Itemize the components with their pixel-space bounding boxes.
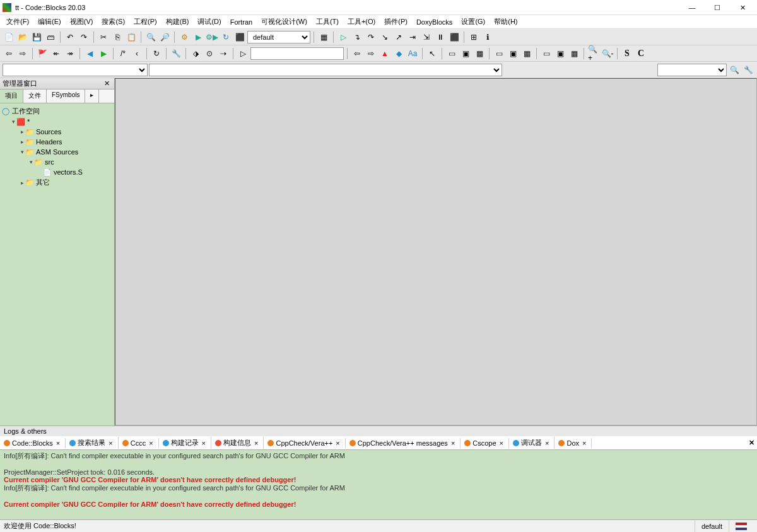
sidebar-tab-files[interactable]: 文件 <box>23 90 47 103</box>
debug-continue-icon[interactable]: ▷ <box>337 31 349 43</box>
tree-node[interactable]: ▸📁其它 <box>1 177 113 188</box>
editor-area[interactable] <box>115 78 757 425</box>
rect7-icon[interactable]: ▭ <box>540 47 553 60</box>
highlight-icon[interactable]: ▲ <box>378 47 391 60</box>
tree-project[interactable]: ▾ 🟥 * <box>1 117 113 127</box>
bottom-tab[interactable]: 构建记录× <box>159 437 211 449</box>
bottom-tab[interactable]: CppCheck/Vera++× <box>264 438 345 448</box>
bottom-tab[interactable]: 搜索结果× <box>66 437 118 449</box>
tree-node[interactable]: ▾📁src <box>1 157 113 167</box>
tab-close-icon[interactable]: × <box>201 439 207 447</box>
new-file-icon[interactable]: 📄 <box>3 31 15 43</box>
build-run-icon[interactable]: ⚙▶ <box>206 31 218 43</box>
options-icon[interactable]: 🔧 <box>742 64 754 76</box>
tab-close-icon[interactable]: × <box>107 439 114 447</box>
sidebar-tab-projects[interactable]: 项目 <box>0 90 23 103</box>
aa-icon[interactable]: Aa <box>406 47 419 60</box>
tab-close-icon[interactable]: × <box>253 439 259 447</box>
menu-item-13[interactable]: 设置(G) <box>457 16 489 28</box>
build-target-select[interactable]: default <box>247 31 310 43</box>
next-line-icon[interactable]: ↷ <box>365 31 377 43</box>
tab-close-icon[interactable]: × <box>498 439 505 447</box>
tab-close-icon[interactable]: × <box>334 439 341 447</box>
menu-item-2[interactable]: 视图(V) <box>66 16 97 28</box>
select-icon[interactable]: ↖ <box>426 47 438 60</box>
tree-node[interactable]: 📄vectors.S <box>1 167 113 177</box>
bottom-tab[interactable]: Code::Blocks× <box>0 438 66 448</box>
log-area[interactable]: Info[所有编译]: Can't find compiler executab… <box>0 450 757 519</box>
tab-close-icon[interactable]: × <box>544 439 550 447</box>
menu-item-12[interactable]: DoxyBlocks <box>413 17 456 27</box>
paste-icon[interactable]: 📋 <box>125 31 138 43</box>
dot-icon[interactable]: ⊙ <box>203 47 216 60</box>
menu-item-5[interactable]: 构建(B) <box>162 16 193 28</box>
rect5-icon[interactable]: ▣ <box>507 47 519 60</box>
diff-next-icon[interactable]: ⇨ <box>365 47 377 60</box>
cut-icon[interactable]: ✂ <box>97 31 110 43</box>
close-button[interactable]: ✕ <box>731 1 754 14</box>
bookmark-next-icon[interactable]: ↠ <box>64 47 76 60</box>
menu-item-7[interactable]: Fortran <box>226 17 256 27</box>
rect8-icon[interactable]: ▣ <box>554 47 566 60</box>
bottom-panel-close-icon[interactable]: ✕ <box>746 439 757 447</box>
minimize-button[interactable]: — <box>680 1 704 14</box>
save-all-icon[interactable]: 🗃 <box>44 31 57 43</box>
tab-close-icon[interactable]: × <box>581 439 587 447</box>
rect2-icon[interactable]: ▣ <box>459 47 472 60</box>
diff-prev-icon[interactable]: ⇦ <box>351 47 363 60</box>
scope-select-1[interactable] <box>3 64 148 76</box>
tab-close-icon[interactable]: × <box>450 439 456 447</box>
menu-item-14[interactable]: 帮助(H) <box>490 16 521 28</box>
tree-node[interactable]: ▸📁Headers <box>1 137 113 147</box>
save-icon[interactable]: 💾 <box>30 31 43 43</box>
comment-icon[interactable]: /* <box>117 47 129 60</box>
expander-icon[interactable]: ▸ <box>19 139 25 145</box>
step-instr-icon[interactable]: ⇲ <box>420 31 433 43</box>
bottom-tab[interactable]: 调试器× <box>509 437 555 449</box>
zoom-out-icon[interactable]: 🔍- <box>601 47 614 60</box>
c-icon[interactable]: C <box>635 47 647 60</box>
sidebar-close-icon[interactable]: ✕ <box>102 79 112 88</box>
sidebar-tab-more-icon[interactable]: ▸ <box>85 90 99 103</box>
back-icon[interactable]: ⇦ <box>3 47 15 60</box>
scope-select-2[interactable] <box>149 64 502 76</box>
menu-item-9[interactable]: 工具(T) <box>312 16 343 28</box>
expander-icon[interactable]: ▾ <box>19 149 25 155</box>
play-outline-icon[interactable]: ▷ <box>237 47 249 60</box>
abort-icon[interactable]: ⬛ <box>233 31 246 43</box>
search-icon[interactable]: 🔍 <box>728 64 741 76</box>
menu-item-3[interactable]: 搜索(S) <box>98 16 129 28</box>
copy-icon[interactable]: ⎘ <box>111 31 124 43</box>
refresh-icon[interactable]: ↻ <box>150 47 163 60</box>
s-icon[interactable]: S <box>621 47 633 60</box>
rect6-icon[interactable]: ▦ <box>520 47 533 60</box>
info-icon[interactable]: ℹ <box>481 31 494 43</box>
rect9-icon[interactable]: ▦ <box>568 47 580 60</box>
toolbar-input[interactable] <box>250 47 344 60</box>
bookmark-toggle-icon[interactable]: 🚩 <box>36 47 49 60</box>
tree-workspace[interactable]: ◯ 工作空间 <box>1 106 113 117</box>
maximize-button[interactable]: ☐ <box>705 1 729 14</box>
rect4-icon[interactable]: ▭ <box>493 47 505 60</box>
menu-item-11[interactable]: 插件(P) <box>380 16 411 28</box>
find-icon[interactable]: 🔍 <box>144 31 157 43</box>
run-to-cursor-icon[interactable]: ↴ <box>351 31 363 43</box>
tab-close-icon[interactable]: × <box>55 439 61 447</box>
nav-fwd-icon[interactable]: ▶ <box>97 47 110 60</box>
step-into-icon[interactable]: ↘ <box>378 31 391 43</box>
show-logs-icon[interactable]: ▦ <box>317 31 330 43</box>
zoom-in-icon[interactable]: 🔍+ <box>587 47 600 60</box>
nav-back-icon[interactable]: ◀ <box>83 47 96 60</box>
expander-icon[interactable]: ▾ <box>10 119 16 125</box>
replace-icon[interactable]: 🔎 <box>158 31 171 43</box>
right-dropdown[interactable] <box>657 64 727 76</box>
open-file-icon[interactable]: 📂 <box>16 31 29 43</box>
tab-close-icon[interactable]: × <box>148 439 154 447</box>
redo-icon[interactable]: ↷ <box>78 31 90 43</box>
sidebar-tab-fsymbols[interactable]: FSymbols <box>47 90 85 103</box>
menu-item-8[interactable]: 可视化设计(W) <box>257 16 311 28</box>
run-icon[interactable]: ▶ <box>192 31 204 43</box>
undo-icon[interactable]: ↶ <box>64 31 76 43</box>
bottom-tab[interactable]: Cccc× <box>119 438 159 448</box>
bottom-tab[interactable]: Dox× <box>555 438 592 448</box>
